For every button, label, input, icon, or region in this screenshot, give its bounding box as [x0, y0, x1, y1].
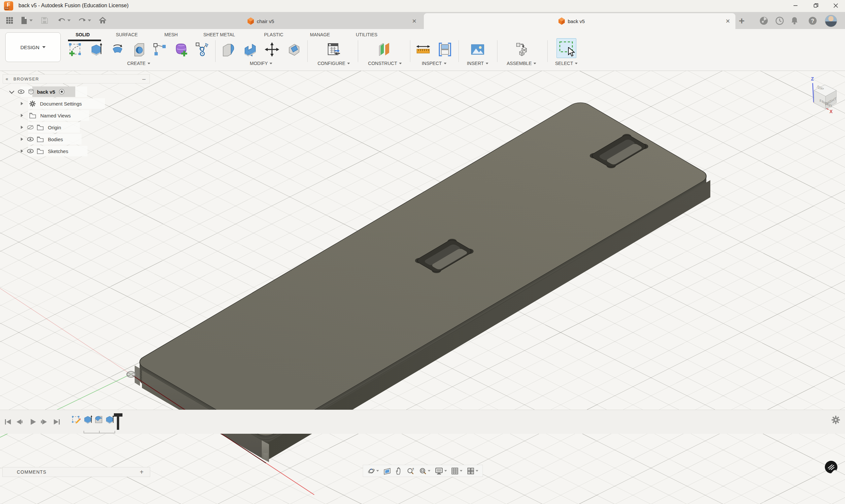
- timeline-feature-extrude-2[interactable]: [105, 415, 115, 425]
- eye-icon[interactable]: [27, 136, 34, 142]
- eye-icon[interactable]: [27, 148, 34, 154]
- timeline-feature-sketch[interactable]: [71, 415, 81, 425]
- tab-close-icon[interactable]: ✕: [410, 17, 419, 25]
- timeline-marker[interactable]: [117, 417, 119, 430]
- fit-tool[interactable]: [419, 467, 430, 475]
- ribbon-tab-sheet-metal[interactable]: SHEET METAL: [203, 30, 235, 39]
- orbit-tool[interactable]: +: [367, 467, 379, 475]
- create-sketch-button[interactable]: [67, 41, 83, 57]
- browser-root-label[interactable]: back v5: [37, 89, 55, 95]
- job-status-icon[interactable]: [824, 460, 839, 474]
- browser-item-label[interactable]: Document Settings: [40, 101, 82, 107]
- extrude-button[interactable]: [88, 41, 104, 57]
- select-group-label[interactable]: SELECT: [555, 60, 578, 67]
- redo-button[interactable]: [76, 16, 93, 25]
- pan-tool[interactable]: [395, 467, 402, 475]
- viewport-canvas[interactable]: TOP FRONT RIGHT Z X « BROWSER –: [0, 71, 845, 504]
- timeline-step-back-button[interactable]: [15, 417, 24, 427]
- browser-minimize-icon[interactable]: –: [142, 75, 145, 83]
- modify-group-label[interactable]: MODIFY: [250, 60, 272, 67]
- ribbon-tab-plastic[interactable]: PLASTIC: [264, 30, 283, 39]
- add-comment-button[interactable]: +: [140, 468, 144, 476]
- viewcube[interactable]: TOP FRONT RIGHT Z X: [805, 74, 844, 115]
- settings-gear-icon[interactable]: [831, 415, 840, 425]
- timeline-play-button[interactable]: [29, 417, 38, 427]
- create-form-button[interactable]: [173, 41, 189, 57]
- tree-arrow-icon[interactable]: [21, 114, 23, 117]
- undo-button[interactable]: [55, 16, 73, 25]
- browser-root-row[interactable]: back v5: [10, 88, 65, 96]
- look-at-tool[interactable]: [383, 467, 391, 475]
- ribbon-tab-solid[interactable]: SOLID: [75, 30, 90, 39]
- browser-item-document-settings[interactable]: Document Settings: [21, 100, 82, 108]
- tab-label[interactable]: chair v5: [257, 18, 274, 24]
- extensions-icon[interactable]: [758, 16, 769, 26]
- construct-group-label[interactable]: CONSTRUCT: [368, 60, 402, 67]
- split-body-button[interactable]: [286, 41, 302, 57]
- pattern-button[interactable]: [152, 41, 168, 57]
- create-group-label[interactable]: CREATE: [127, 60, 150, 67]
- timeline-feature-extrude-1[interactable]: [83, 415, 93, 425]
- chevron-expanded-icon[interactable]: [9, 88, 15, 94]
- press-pull-button[interactable]: [221, 41, 236, 57]
- minimize-button[interactable]: [786, 0, 805, 11]
- timeline-go-end-button[interactable]: [52, 417, 61, 427]
- viewports-tool[interactable]: [467, 467, 478, 475]
- timeline-marker-head[interactable]: [114, 413, 122, 417]
- eye-hidden-icon[interactable]: [27, 124, 34, 130]
- browser-item-label[interactable]: Bodies: [48, 137, 63, 142]
- configure-group-label[interactable]: CONFIGURE: [318, 60, 350, 67]
- home-icon[interactable]: [98, 16, 108, 25]
- browser-header[interactable]: « BROWSER –: [3, 74, 150, 84]
- browser-item-label[interactable]: Origin: [48, 125, 61, 130]
- timeline-step-forward-button[interactable]: [40, 417, 49, 427]
- configure-button[interactable]: [325, 41, 341, 57]
- recent-activity-icon[interactable]: [774, 16, 785, 26]
- tab-back-v5[interactable]: back v5 ✕: [424, 13, 735, 29]
- tree-arrow-icon[interactable]: [21, 138, 23, 141]
- grid-snaps-tool[interactable]: [451, 467, 462, 475]
- hole-button[interactable]: [131, 41, 146, 57]
- move-copy-button[interactable]: [264, 41, 280, 57]
- close-button[interactable]: [827, 0, 845, 11]
- tree-arrow-icon[interactable]: [21, 149, 23, 153]
- insert-canvas-button[interactable]: [470, 41, 486, 57]
- combine-button[interactable]: [242, 41, 258, 57]
- browser-item-named-views[interactable]: Named Views: [21, 111, 71, 120]
- display-settings-tool[interactable]: [435, 467, 447, 475]
- new-component-button[interactable]: [514, 41, 529, 57]
- eye-icon[interactable]: [17, 89, 25, 94]
- browser-item-label[interactable]: Sketches: [48, 148, 68, 154]
- ribbon-tab-manage[interactable]: MANAGE: [310, 30, 330, 39]
- timeline-feature-fillet[interactable]: [94, 415, 104, 425]
- tab-chair-v5[interactable]: chair v5 ✕: [244, 13, 421, 29]
- ribbon-tab-mesh[interactable]: MESH: [164, 30, 178, 39]
- assemble-group-label[interactable]: ASSEMBLE: [507, 60, 536, 67]
- offset-plane-button[interactable]: [376, 41, 392, 57]
- ribbon-tab-utilities[interactable]: UTILITIES: [356, 30, 377, 39]
- file-menu-button[interactable]: [19, 16, 34, 25]
- section-analysis-button[interactable]: [437, 41, 453, 57]
- save-button[interactable]: [40, 16, 50, 25]
- browser-collapse-icon[interactable]: «: [6, 76, 7, 82]
- activate-radio-icon[interactable]: [59, 89, 65, 95]
- tab-close-icon[interactable]: ✕: [723, 17, 732, 25]
- tree-arrow-icon[interactable]: [21, 102, 23, 105]
- tab-label[interactable]: back v5: [568, 18, 585, 24]
- browser-item-bodies[interactable]: Bodies: [21, 135, 63, 143]
- new-tab-button[interactable]: +: [736, 16, 747, 26]
- measure-button[interactable]: [415, 41, 431, 57]
- ribbon-tab-surface[interactable]: SURFACE: [116, 30, 138, 39]
- insert-group-label[interactable]: INSERT: [467, 60, 488, 67]
- comments-panel[interactable]: COMMENTS +: [2, 467, 150, 477]
- zoom-tool[interactable]: ±: [407, 467, 415, 475]
- derive-button[interactable]: [194, 41, 210, 57]
- app-grid-icon[interactable]: [5, 16, 15, 25]
- browser-item-label[interactable]: Named Views: [40, 113, 71, 119]
- timeline-go-start-button[interactable]: [3, 417, 13, 427]
- tree-arrow-icon[interactable]: [21, 126, 23, 129]
- user-avatar[interactable]: [825, 15, 837, 27]
- notifications-bell-icon[interactable]: [789, 16, 800, 26]
- workspace-selector[interactable]: DESIGN: [5, 32, 61, 62]
- browser-item-origin[interactable]: Origin: [21, 123, 61, 131]
